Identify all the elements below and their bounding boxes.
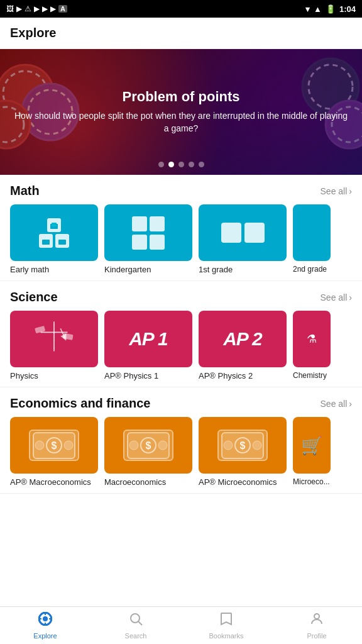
kindergarten-image bbox=[104, 204, 192, 261]
screen-icon: 🖼 bbox=[6, 4, 14, 13]
1st-grade-cubes-icon bbox=[221, 223, 265, 243]
early-math-label: Early math bbox=[10, 265, 49, 277]
kindergarten-cubes-icon bbox=[132, 216, 165, 250]
ap1-badge: AP 1 bbox=[129, 328, 168, 350]
svg-text:$: $ bbox=[240, 440, 246, 451]
signal-icon: ▲ bbox=[314, 4, 322, 14]
hero-subtitle: How should two people split the pot when… bbox=[0, 110, 362, 135]
card-ap-micro[interactable]: $ AP® Microeconomics bbox=[199, 417, 287, 489]
ap-micro-label: AP® Microeconomics bbox=[199, 477, 277, 489]
nav-bookmarks[interactable]: Bookmarks bbox=[181, 611, 272, 640]
hero-dot-2[interactable] bbox=[168, 162, 174, 167]
macro-label: Macroeconomics bbox=[104, 477, 166, 489]
hero-dot-4[interactable] bbox=[189, 162, 194, 167]
micro-partial-image: 🛒 bbox=[293, 417, 331, 474]
chevron-right-icon-2: › bbox=[349, 292, 352, 303]
ap1-label: AP® Physics 1 bbox=[104, 371, 158, 383]
status-bar: 🖼 ▶ ⚠ ▶ ▶ ▶ A ▾ ▲ 🔋 1:04 bbox=[0, 0, 362, 18]
money-icon-3: $ bbox=[217, 430, 268, 461]
ap-micro-image: $ bbox=[199, 417, 287, 474]
math-section-title: Math bbox=[10, 184, 40, 198]
svg-rect-13 bbox=[42, 240, 50, 245]
page-title: Explore bbox=[10, 26, 56, 40]
svg-point-34 bbox=[224, 441, 233, 450]
chemistry-image: ⚗ bbox=[293, 311, 331, 367]
science-cards-row: Physics AP 1 AP® Physics 1 AP 2 AP® Phys… bbox=[0, 311, 362, 383]
warning-icon: ⚠ bbox=[25, 4, 31, 13]
svg-text:$: $ bbox=[52, 440, 57, 451]
money-icon-1: $ bbox=[29, 430, 79, 461]
early-math-image bbox=[10, 204, 98, 261]
card-micro-partial[interactable]: 🛒 Microeco... bbox=[293, 417, 331, 489]
svg-point-35 bbox=[253, 441, 261, 450]
svg-rect-14 bbox=[58, 240, 66, 245]
time-display: 1:04 bbox=[339, 4, 356, 14]
a-icon: A bbox=[58, 5, 67, 13]
economics-section-header: Economics and finance See all › bbox=[0, 396, 362, 417]
profile-label: Profile bbox=[307, 632, 326, 640]
hero-dot-1[interactable] bbox=[158, 162, 164, 167]
economics-cards-row: $ AP® Macroeconomics $ bbox=[0, 417, 362, 489]
economics-section: Economics and finance See all › $ bbox=[0, 387, 362, 494]
card-chemistry[interactable]: ⚗ Chemistry bbox=[293, 311, 331, 383]
physics-scale-icon bbox=[32, 319, 76, 359]
search-icon bbox=[128, 611, 143, 630]
status-bar-right: ▾ ▲ 🔋 1:04 bbox=[305, 4, 356, 14]
hero-title: Problem of points bbox=[123, 89, 240, 105]
math-cards-row: Early math Kinderga bbox=[0, 204, 362, 277]
ap-macro-image: $ bbox=[10, 417, 98, 474]
card-physics[interactable]: Physics bbox=[10, 311, 98, 383]
svg-rect-12 bbox=[50, 224, 58, 225]
nav-explore[interactable]: Explore bbox=[0, 611, 90, 640]
science-section: Science See all › bbox=[0, 281, 362, 387]
search-label: Search bbox=[125, 632, 147, 640]
card-ap-macro[interactable]: $ AP® Macroeconomics bbox=[10, 417, 98, 489]
bookmark-icon bbox=[219, 611, 234, 630]
ap2-badge: AP 2 bbox=[223, 328, 262, 350]
card-ap-physics-1[interactable]: AP 1 AP® Physics 1 bbox=[104, 311, 192, 383]
card-ap-physics-2[interactable]: AP 2 AP® Physics 2 bbox=[199, 311, 287, 383]
svg-point-41 bbox=[43, 617, 47, 621]
1st-grade-label: 1st grade bbox=[199, 265, 233, 277]
science-section-title: Science bbox=[10, 290, 58, 304]
1st-grade-image bbox=[199, 204, 287, 261]
play3-icon: ▶ bbox=[42, 4, 48, 13]
hero-dot-3[interactable] bbox=[178, 162, 184, 167]
ap-macro-label: AP® Macroeconomics bbox=[10, 477, 91, 489]
nav-search[interactable]: Search bbox=[90, 611, 181, 640]
hero-dot-5[interactable] bbox=[199, 162, 204, 167]
money-icon-2: $ bbox=[123, 430, 173, 461]
card-2nd-grade[interactable]: 2nd grade bbox=[293, 204, 331, 277]
kindergarten-label: Kindergarten bbox=[104, 265, 151, 277]
hero-banner[interactable]: Problem of points How should two people … bbox=[0, 49, 362, 175]
economics-see-all[interactable]: See all › bbox=[321, 399, 352, 409]
macro-image: $ bbox=[104, 417, 192, 474]
bottom-navigation: Explore Search Bookmarks Profile bbox=[0, 606, 362, 644]
card-macro[interactable]: $ Macroeconomics bbox=[104, 417, 192, 489]
card-kindergarten[interactable]: Kindergarten bbox=[104, 204, 192, 277]
2nd-grade-label: 2nd grade bbox=[293, 265, 331, 276]
bookmarks-label: Bookmarks bbox=[209, 632, 243, 640]
chevron-right-icon: › bbox=[349, 186, 352, 196]
svg-point-30 bbox=[158, 441, 167, 450]
science-see-all[interactable]: See all › bbox=[321, 292, 352, 303]
ap2-image: AP 2 bbox=[199, 311, 287, 367]
card-early-math[interactable]: Early math bbox=[10, 204, 98, 277]
2nd-grade-image bbox=[293, 204, 331, 261]
ap2-label: AP® Physics 2 bbox=[199, 371, 253, 383]
math-cubes-icon bbox=[39, 218, 69, 248]
math-section-header: Math See all › bbox=[0, 184, 362, 204]
svg-point-25 bbox=[64, 441, 73, 450]
battery-icon: 🔋 bbox=[326, 4, 336, 14]
nav-profile[interactable]: Profile bbox=[272, 611, 362, 640]
svg-point-44 bbox=[314, 614, 319, 619]
play-icon: ▶ bbox=[16, 4, 22, 13]
math-see-all[interactable]: See all › bbox=[321, 186, 352, 196]
cart-icon: 🛒 bbox=[301, 435, 323, 456]
card-1st-grade[interactable]: 1st grade bbox=[199, 204, 287, 277]
ap1-image: AP 1 bbox=[104, 311, 192, 367]
header: Explore bbox=[0, 18, 362, 49]
hero-dots bbox=[158, 162, 204, 167]
svg-text:$: $ bbox=[146, 440, 151, 451]
svg-line-43 bbox=[139, 622, 143, 626]
